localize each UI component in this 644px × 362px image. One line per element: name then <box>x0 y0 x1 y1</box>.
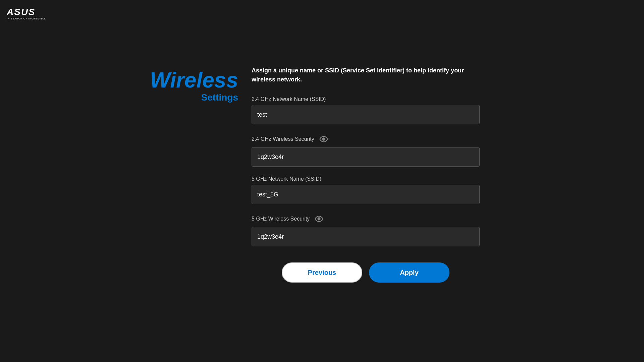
security-5-row: 5 GHz Wireless Security <box>252 214 480 224</box>
apply-button[interactable]: Apply <box>369 262 449 283</box>
logo-tagline: IN SEARCH OF INCREDIBLE <box>7 17 46 20</box>
svg-point-3 <box>319 218 320 220</box>
page-subtitle: Settings <box>201 92 238 103</box>
toggle-visibility-24-button[interactable] <box>318 134 329 144</box>
ssid-5-input[interactable] <box>252 185 480 204</box>
button-row: Previous Apply <box>252 262 480 283</box>
form-group-security-5: 5 GHz Wireless Security <box>252 214 480 246</box>
left-panel: Wireless Settings <box>171 66 238 103</box>
ssid-5-label: 5 GHz Network Name (SSID) <box>252 176 480 182</box>
ssid-24-input[interactable] <box>252 105 480 124</box>
security-5-label: 5 GHz Wireless Security <box>252 216 310 222</box>
logo-text: ASUS <box>7 7 36 17</box>
security-5-input[interactable] <box>252 227 480 246</box>
security-24-input[interactable] <box>252 147 480 167</box>
svg-point-1 <box>323 138 324 140</box>
toggle-visibility-5-button[interactable] <box>314 214 324 224</box>
page-container: ASUS IN SEARCH OF INCREDIBLE Wireless Se… <box>0 0 644 362</box>
main-content: Wireless Settings Assign a unique name o… <box>171 66 473 283</box>
form-group-ssid-5: 5 GHz Network Name (SSID) <box>252 176 480 204</box>
right-panel: Assign a unique name or SSID (Service Se… <box>252 66 480 283</box>
form-group-ssid-24: 2.4 GHz Network Name (SSID) <box>252 96 480 124</box>
asus-logo: ASUS IN SEARCH OF INCREDIBLE <box>7 7 46 20</box>
ssid-24-label: 2.4 GHz Network Name (SSID) <box>252 96 480 102</box>
page-title: Wireless <box>150 69 238 91</box>
security-24-label: 2.4 GHz Wireless Security <box>252 136 314 142</box>
previous-button[interactable]: Previous <box>282 262 362 283</box>
security-24-row: 2.4 GHz Wireless Security <box>252 134 480 144</box>
form-group-security-24: 2.4 GHz Wireless Security <box>252 134 480 167</box>
page-description: Assign a unique name or SSID (Service Se… <box>252 66 480 84</box>
